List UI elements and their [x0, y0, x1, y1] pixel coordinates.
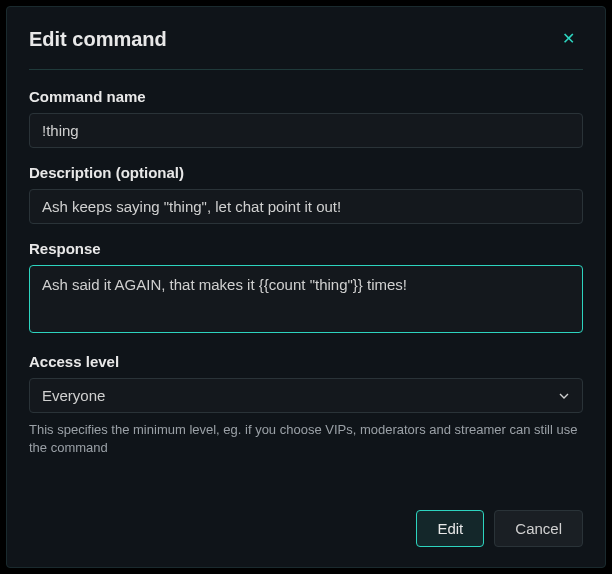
modal-header: Edit command ✕: [29, 27, 583, 70]
close-button[interactable]: ✕: [554, 27, 583, 51]
access-level-group: Access level Everyone This specifies the…: [29, 353, 583, 457]
response-group: Response Ash said it AGAIN, that makes i…: [29, 240, 583, 337]
description-label: Description (optional): [29, 164, 583, 181]
access-level-label: Access level: [29, 353, 583, 370]
command-name-label: Command name: [29, 88, 583, 105]
command-name-input[interactable]: [29, 113, 583, 148]
access-level-help: This specifies the minimum level, eg. if…: [29, 421, 583, 457]
command-name-group: Command name: [29, 88, 583, 148]
response-textarea[interactable]: Ash said it AGAIN, that makes it {{count…: [29, 265, 583, 333]
description-group: Description (optional): [29, 164, 583, 224]
edit-button[interactable]: Edit: [416, 510, 484, 547]
edit-command-modal: Edit command ✕ Command name Description …: [6, 6, 606, 568]
response-label: Response: [29, 240, 583, 257]
access-level-select[interactable]: Everyone: [29, 378, 583, 413]
cancel-button[interactable]: Cancel: [494, 510, 583, 547]
modal-title: Edit command: [29, 28, 167, 51]
close-icon: ✕: [562, 30, 575, 47]
modal-footer: Edit Cancel: [29, 490, 583, 547]
description-input[interactable]: [29, 189, 583, 224]
